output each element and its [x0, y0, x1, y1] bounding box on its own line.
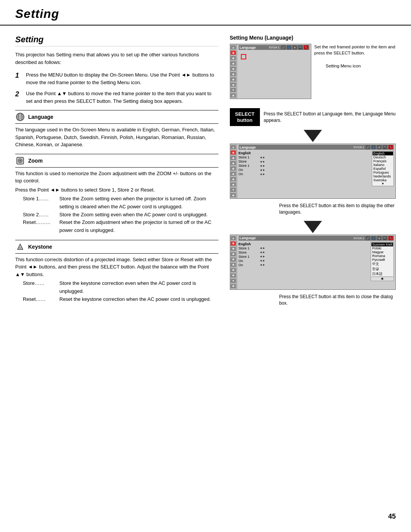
- p3-side-btn-1: ▲: [231, 236, 236, 240]
- keystone-icon: [15, 242, 25, 252]
- p2-lang-italiano: Italiano: [373, 163, 393, 167]
- select-desc: Press the SELECT button at Language item…: [264, 111, 396, 124]
- ui-panel-2: ▲ ◉ ◉ ◉ ◉ ◉ ◉ ◉ ▼ ◉ Language SVGA 1 🔊: [230, 144, 396, 199]
- p2-lang-english: English: [373, 152, 393, 155]
- p2-current-lang: English: [239, 151, 371, 155]
- p3-icon-5: 🔧: [389, 236, 393, 240]
- p2-topbar-svga: SVGA 1: [354, 145, 364, 149]
- p2-icon-2: 👤: [371, 145, 376, 149]
- p3-lang-polski: Polski: [371, 246, 393, 250]
- p2-icon-5: 🔧: [389, 145, 393, 149]
- main-content: Setting This projector has Setting menu …: [0, 26, 411, 319]
- arrow-down-2: [230, 221, 396, 233]
- zoom-icon: [15, 156, 25, 166]
- zoom-store2-label: Store 2……: [23, 211, 57, 219]
- left-column: Setting This projector has Setting menu …: [15, 35, 218, 312]
- right-column: Setting Menu (Language) ▲ ◉ ◉ ◉ ◉ ◉ ◉: [230, 35, 396, 312]
- side-btn-8: ◉: [231, 83, 236, 87]
- topbar-icon-3: ⚙: [293, 45, 297, 50]
- ui-panel-1-side: ▲ ◉ ◉ ◉ ◉ ◉ ◉ ◉ ▼ ◉: [230, 44, 237, 99]
- p3-side-btn-5: ◉: [231, 257, 236, 262]
- zoom-title: Zoom: [28, 158, 43, 164]
- topbar-icon-1: 🔊: [281, 45, 285, 50]
- p2-row-5-label: On: [239, 172, 260, 176]
- select-button-area: SELECT button Press the SELECT button at…: [230, 108, 396, 126]
- ui-panel-3: ▲ ◉ ◉ ◉ ◉ ◉ ◉ ◉ ▼ ◉ Language SVGA 1 🔊: [230, 235, 396, 290]
- keystone-store: Store…… Store the keystone correction ev…: [23, 280, 218, 296]
- ui-panel-3-content: Language SVGA 1 🔊 👤 ⚙ 📷 🔧 English: [237, 235, 396, 289]
- p3-side-btn-8: ◉: [231, 273, 236, 278]
- p2-lang-nederlands: Nederlands: [373, 174, 393, 178]
- p3-topbar-svga: SVGA 1: [354, 236, 364, 240]
- zoom-header: Zoom: [15, 154, 218, 168]
- p2-row-2: Store ◄►: [239, 160, 371, 163]
- p3-row-4-arrow: ◄►: [260, 259, 266, 262]
- p3-icon-3: ⚙: [377, 236, 381, 240]
- p2-lang-svenska: Svenska: [373, 178, 393, 182]
- section-title: Setting: [15, 35, 218, 46]
- p2-row-2-arrow: ◄►: [260, 160, 266, 163]
- arrow-down-1: [230, 130, 396, 142]
- panel1-body: [239, 51, 309, 70]
- ui-topbar-3: Language SVGA 1 🔊 👤 ⚙ 📷 🔧: [239, 236, 394, 241]
- side-btn-4: ◉: [231, 61, 236, 66]
- step-1-text: Press the MENU button to display the On-…: [26, 71, 218, 86]
- step-2: 2 Use the Point ▲▼ buttons to move the r…: [15, 90, 218, 105]
- p3-icon-2: 👤: [371, 236, 376, 240]
- panel2-note: Press the SELECT button at this item to …: [230, 203, 396, 216]
- p3-rows: English Store 1 ◄► Store ◄► St: [239, 242, 370, 281]
- ui-panel-2-content: Language SVGA 1 🔊 👤 ⚙ 📷 🔧 English: [237, 144, 396, 198]
- intro-text: This projector has Setting menu that all…: [15, 51, 218, 66]
- ui-panel-1-content: Language SVGA 1 🔊 👤 ⚙ 📷 🔧: [237, 44, 311, 99]
- p3-side-btn-6: ◉: [231, 263, 236, 267]
- zoom-section: Zoom This function is used to memorize t…: [15, 154, 218, 235]
- step-1-number: 1: [15, 72, 22, 86]
- side-btn-1: ▲: [231, 45, 236, 50]
- p3-lang-russian: Русский: [371, 258, 393, 262]
- side-btn-10: ◉: [231, 93, 236, 97]
- p3-lang-korean: 한글: [371, 267, 393, 272]
- callout-note-1: Set the red framed pointer to the item a…: [314, 44, 396, 56]
- p3-row-3: Store 1 ◄►: [239, 255, 370, 259]
- p2-row-1-arrow: ◄►: [260, 156, 266, 159]
- p2-row-5-arrow: ◄►: [260, 173, 266, 176]
- p2-side-btn-4: ◉: [231, 161, 236, 165]
- p3-side-btn-9: ▼: [231, 279, 236, 283]
- p2-side-btn-1: ▲: [231, 145, 236, 149]
- p2-icon-1: 🔊: [366, 145, 370, 149]
- p2-row-3-label: Store 1: [239, 164, 260, 168]
- page-header: Setting: [0, 0, 411, 26]
- p2-lang-espanol: Español: [373, 167, 393, 171]
- p3-lang-close-btn[interactable]: ◉: [371, 276, 393, 280]
- zoom-reset-desc: Reset the Zoom adjustment when the proje…: [59, 219, 218, 235]
- step-2-text: Use the Point ▲▼ buttons to move the red…: [26, 90, 218, 105]
- p2-lang-portugues: Portugues: [373, 171, 393, 174]
- zoom-store1: Store 1…… Store the Zoom setting even wh…: [23, 195, 218, 211]
- p2-body: English Store 1 ◄► Store ◄► St: [239, 151, 394, 186]
- p3-body: English Store 1 ◄► Store ◄► St: [239, 242, 394, 281]
- keystone-title: Keystone: [28, 244, 52, 250]
- p2-row-3: Store 1 ◄►: [239, 164, 371, 168]
- panel1-ui: ▲ ◉ ◉ ◉ ◉ ◉ ◉ ◉ ▼ ◉: [230, 44, 311, 103]
- p2-row-4-label: On: [239, 168, 260, 172]
- p3-lang-current: English: [239, 242, 260, 246]
- p2-lang-francais: Français: [373, 159, 393, 163]
- p2-row-3-arrow: ◄►: [260, 164, 266, 168]
- zoom-text: This function is used to memorize the Zo…: [15, 170, 218, 185]
- p3-side-btn-4: ◉: [231, 252, 236, 256]
- zoom-text2: Press the Point ◄► buttons to select Sto…: [15, 186, 218, 194]
- keystone-list: Store…… Store the keystone correction ev…: [23, 280, 218, 303]
- p2-side-btn-8: ◉: [231, 182, 236, 187]
- p3-row-5-label: On: [239, 263, 260, 267]
- side-btn-5: ◉: [231, 67, 236, 71]
- p3-row-5-arrow: ◄►: [260, 263, 266, 267]
- topbar-svga-1: SVGA 1: [269, 46, 279, 49]
- keystone-reset-desc: Reset the keystone correction when the A…: [59, 296, 211, 304]
- p2-rows: English Store 1 ◄► Store ◄► St: [239, 151, 371, 186]
- topbar-icon-highlight: 🔧: [304, 45, 308, 50]
- language-section: Language The language used in the On-Scr…: [15, 110, 218, 149]
- panel1-section: ▲ ◉ ◉ ◉ ◉ ◉ ◉ ◉ ▼ ◉: [230, 44, 396, 103]
- p2-side-btn-6: ◉: [231, 172, 236, 176]
- p2-row-4-arrow: ◄►: [260, 168, 266, 172]
- side-btn-2: ◉: [231, 51, 236, 55]
